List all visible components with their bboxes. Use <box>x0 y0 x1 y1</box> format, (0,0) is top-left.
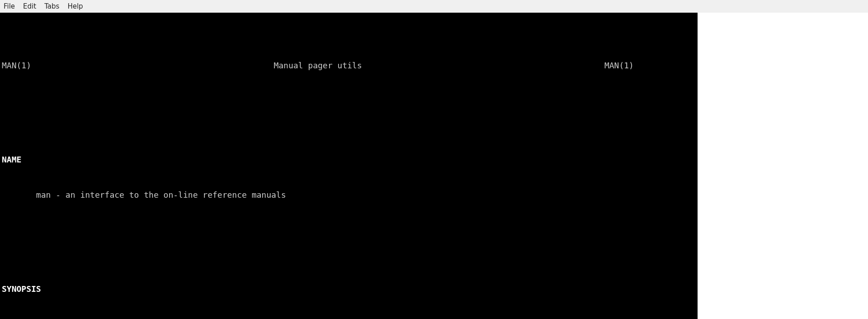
menu-edit[interactable]: Edit <box>23 2 36 10</box>
header-right: MAN(1) <box>604 60 634 71</box>
header-left: MAN(1) <box>2 60 31 71</box>
empty-right-pane <box>698 13 868 319</box>
menubar: File Edit Tabs Help <box>0 0 868 13</box>
menu-help[interactable]: Help <box>67 2 83 10</box>
menu-tabs[interactable]: Tabs <box>44 2 59 10</box>
manpage-header: MAN(1) Manual pager utils MAN(1) <box>2 60 634 71</box>
terminal-output[interactable]: MAN(1) Manual pager utils MAN(1) NAME ma… <box>0 13 868 319</box>
menu-file[interactable]: File <box>4 2 15 10</box>
header-center: Manual pager utils <box>274 60 362 71</box>
